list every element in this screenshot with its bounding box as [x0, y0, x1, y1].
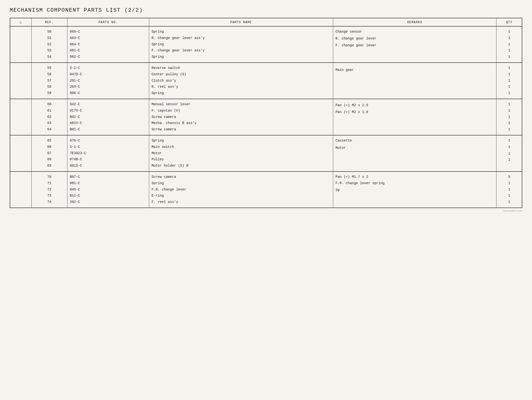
partsno-cell: 069-CA63-C064-CA61-C062-C: [67, 26, 149, 63]
table-row: 6566676869078-CS-1-C7E3023-C074B-C091S-C…: [10, 135, 522, 171]
alert-cell: [10, 135, 31, 171]
alert-cell: [10, 171, 31, 208]
ref-cell: 5051525354: [31, 26, 67, 63]
partsname-cell: SpringR. change gear lever ass'ySpringF.…: [149, 26, 333, 63]
parts-table: △ REF. PARTS NO. PARTS NAME REMARKS QTY …: [10, 18, 522, 208]
header-partsno: PARTS NO.: [67, 18, 149, 26]
table-row: 6061626364042-C017V-CB02-CA01V-CB01-CMan…: [10, 99, 522, 135]
qty-cell: 51111: [496, 171, 522, 208]
header-partsname: PARTS NAME: [149, 18, 333, 26]
ref-cell: 6566676869: [31, 135, 67, 171]
table-row: 7071727374B07-C081-C045-CB11-C202-CScrew…: [10, 171, 522, 208]
partsno-cell: 078-CS-1-C7E3023-C074B-C091S-C: [67, 135, 149, 171]
partsname-cell: Screw cameraSpringF.R. change leverE-rin…: [149, 171, 333, 208]
table-row: 5556575859S-2-C047D-C201-C203-C086-CReve…: [10, 63, 522, 99]
ref-cell: 6061626364: [31, 99, 67, 135]
ref-cell: 5556575859: [31, 63, 67, 99]
header-alert: △: [10, 18, 31, 26]
watermark: www.petervz.com: [10, 210, 522, 212]
header-remarks: REMARKS: [333, 18, 496, 26]
partsname-cell: Reverse switchCenter pulley (S)Clutch as…: [149, 63, 333, 99]
remarks-cell: Change sensorR. change gear leverF. chan…: [333, 26, 496, 63]
partsno-cell: 042-C017V-CB02-CA01V-CB01-C: [67, 99, 149, 135]
qty-cell: 11111: [496, 99, 522, 135]
alert-cell: [10, 63, 31, 99]
qty-cell: 11111: [496, 26, 522, 63]
remarks-cell: Pan (+) M1.7 x 2F.R. change lever spring…: [333, 171, 496, 208]
header-ref: REF.: [31, 18, 67, 26]
qty-cell: 11111: [496, 63, 522, 99]
qty-cell: 1111: [496, 135, 522, 171]
partsno-cell: S-2-C047D-C201-C203-C086-C: [67, 63, 149, 99]
alert-cell: [10, 99, 31, 135]
remarks-cell: CassetteMotor: [333, 135, 496, 171]
partsname-cell: Manual sensor leverF. capstan (V)Screw c…: [149, 99, 333, 135]
alert-cell: [10, 26, 31, 63]
remarks-cell: Main gear: [333, 63, 496, 99]
table-row: 5051525354069-CA63-C064-CA61-C062-CSprin…: [10, 26, 522, 63]
partsname-cell: SpringMain switchMotorPulleyMotor holder…: [149, 135, 333, 171]
remarks-cell: Pan (+) M2 x 2.5Pan (+) M2 x 1.8: [333, 99, 496, 135]
ref-cell: 7071727374: [31, 171, 67, 208]
table-header-row: △ REF. PARTS NO. PARTS NAME REMARKS QTY: [10, 18, 522, 26]
partsno-cell: B07-C081-C045-CB11-C202-C: [67, 171, 149, 208]
header-qty: QTY: [496, 18, 522, 26]
page-title: MECHANISM COMPONENT PARTS LIST (2/2): [10, 7, 522, 13]
